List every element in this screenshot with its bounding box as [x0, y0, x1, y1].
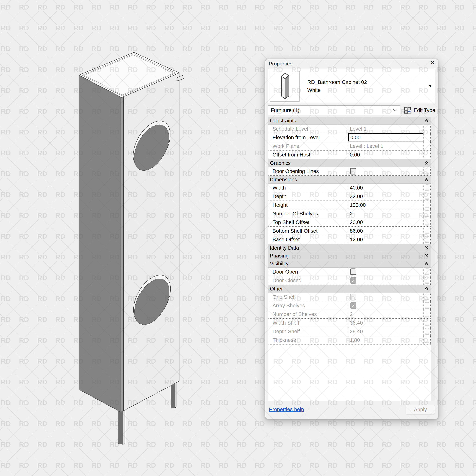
param-label: Top Shelf Offset [268, 218, 348, 226]
param-value-cell[interactable]: 40.00 [348, 184, 424, 192]
param-value: 12.00 [348, 237, 363, 242]
section-label: Other [270, 286, 283, 292]
param-value-cell[interactable]: 20.00 [348, 218, 424, 226]
section-header-constraints[interactable]: Constraints [268, 117, 431, 125]
section-header-phasing[interactable]: Phasing [268, 252, 431, 260]
param-value: 32.00 [348, 193, 363, 199]
param-value: 28.40 [348, 328, 363, 334]
associate-param-button[interactable] [425, 219, 429, 225]
associate-param-button[interactable] [425, 168, 429, 174]
param-button-cell [424, 293, 431, 301]
chevrons-up-icon [424, 161, 429, 165]
associate-param-button[interactable] [425, 277, 429, 284]
associate-param-button[interactable] [425, 185, 429, 191]
type-selector[interactable]: RD_Bathroom Cabinet 02 White ▼ [268, 69, 435, 103]
param-value: Level 1 [348, 126, 367, 132]
type-dropdown-icon[interactable]: ▼ [425, 69, 435, 103]
section-header-identity-data[interactable]: Identity Data [268, 244, 431, 252]
param-label: Bottom Shelf Offset [268, 227, 348, 235]
associate-param-button[interactable] [425, 228, 429, 234]
check-icon: ✓ [351, 303, 355, 308]
filter-selected-value: Furniture (1) [268, 107, 393, 113]
associate-param-button[interactable] [425, 311, 429, 317]
param-button-cell [424, 301, 431, 310]
property-row-width-shelf: Width Shelf36.40 [268, 319, 431, 327]
param-label: Door Open [268, 268, 348, 276]
param-label: Door Opening Lines [268, 167, 348, 175]
param-button-cell [424, 151, 431, 159]
checkbox-door-open[interactable] [350, 269, 357, 275]
edit-type-icon [404, 106, 412, 114]
edit-type-button[interactable]: Edit Type [404, 106, 435, 114]
checkbox-door-opening-lines[interactable] [350, 168, 357, 174]
cabinet-model[interactable] [79, 52, 185, 444]
associate-param-button[interactable] [425, 328, 429, 335]
param-value: Level : Level 1 [348, 143, 383, 149]
param-value: 86.00 [348, 228, 363, 234]
param-value-cell[interactable]: 190.00 [348, 201, 424, 209]
property-row-elevation-from-level: Elevation from Level0.00 [268, 133, 431, 142]
param-value-cell[interactable]: 0.00 [348, 151, 424, 159]
associate-param-button[interactable] [425, 337, 429, 343]
param-value: 2 [348, 211, 353, 217]
property-grid: Constraints Schedule LevelLevel 1Elevati… [268, 117, 431, 344]
property-row-door-open: Door Open [268, 268, 431, 276]
param-label: Elevation from Level [268, 133, 348, 142]
associate-param-button[interactable] [425, 320, 429, 326]
param-value-cell[interactable]: 2 [348, 209, 424, 218]
param-label: Depth Shelf [268, 327, 348, 336]
section-header-other[interactable]: Other [268, 285, 431, 293]
associate-param-button[interactable] [425, 210, 429, 217]
param-value: 0.00 [350, 135, 360, 140]
property-row-depth-shelf: Depth Shelf28.40 [268, 327, 431, 336]
associate-param-button[interactable] [425, 193, 429, 200]
property-grid-wrap: Constraints Schedule LevelLevel 1Elevati… [268, 117, 435, 401]
property-row-width: Width40.00 [268, 184, 431, 192]
param-value: 0.00 [348, 152, 360, 158]
param-button-cell [424, 192, 431, 201]
param-button-cell [424, 336, 431, 344]
param-label: Width [268, 184, 348, 192]
cabinet-3d-view[interactable] [0, 0, 253, 476]
vertical-scrollbar[interactable] [431, 117, 435, 401]
apply-button[interactable]: Apply [406, 405, 435, 414]
param-button-cell [424, 276, 431, 285]
associate-param-button[interactable] [425, 202, 429, 208]
param-button-cell [424, 201, 431, 209]
associate-param-button[interactable] [425, 236, 429, 243]
property-row-bottom-shelf-offset: Bottom Shelf Offset86.00 [268, 227, 431, 235]
param-value: 40.00 [348, 185, 363, 191]
panel-title: Properties [265, 61, 292, 67]
param-button-cell [424, 209, 431, 218]
associate-param-button[interactable] [425, 269, 429, 275]
element-filter-combobox[interactable]: Furniture (1) [268, 105, 400, 115]
param-button-cell [424, 184, 431, 192]
property-row-number-of-shelves: Number of Shelves2 [268, 310, 431, 319]
chevrons-up-icon [424, 287, 429, 291]
param-value-cell[interactable]: 32.00 [348, 192, 424, 201]
param-label: Depth [268, 192, 348, 201]
type-preview-thumbnail [270, 71, 300, 102]
param-value: 36.40 [348, 320, 363, 326]
cabinet-side-face [79, 75, 121, 412]
edit-type-label: Edit Type [414, 107, 435, 113]
properties-help-link[interactable]: Properties help [269, 406, 304, 412]
section-header-visibility[interactable]: Visibility [268, 260, 431, 268]
associate-param-button[interactable] [425, 294, 429, 300]
param-value-cell[interactable]: 12.00 [348, 235, 424, 244]
panel-footer: Properties help Apply [265, 401, 438, 419]
close-icon[interactable]: ✕ [430, 60, 435, 66]
associate-param-button[interactable] [425, 302, 429, 309]
property-row-door-opening-lines: Door Opening Lines [268, 167, 431, 176]
section-header-graphics[interactable]: Graphics [268, 159, 431, 167]
section-header-dimensions[interactable]: Dimensions [268, 176, 431, 184]
value-input-active[interactable]: 0.00 [348, 134, 423, 141]
param-value: 20.00 [348, 219, 363, 225]
type-name-block: RD_Bathroom Cabinet 02 White [301, 69, 425, 103]
param-value: 190.00 [348, 202, 366, 208]
param-label: Number Of Shelves [268, 209, 348, 218]
param-value-cell [348, 268, 424, 276]
param-value-cell[interactable]: 86.00 [348, 227, 424, 235]
param-value-cell [348, 167, 424, 175]
checkbox-door-closed: ✓ [350, 277, 357, 284]
